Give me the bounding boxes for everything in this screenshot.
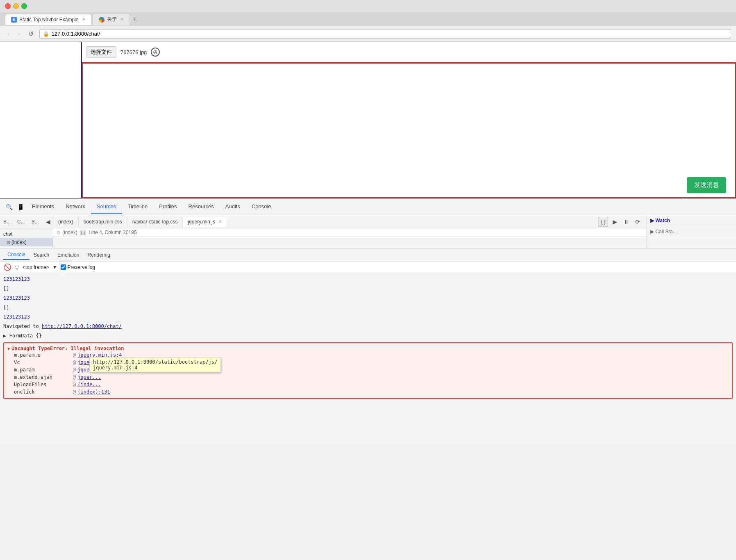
sources-file-label: (index): [62, 230, 77, 235]
sources-right-panel: ▶ Watch ▶ Call Sta...: [646, 215, 736, 248]
page-area: 选择文件 767676.jpg ⊕ 发送消息: [0, 42, 736, 198]
navigate-link[interactable]: http://127.0.0.1:8000/chat/: [42, 323, 122, 329]
console-tab-rendering[interactable]: Rendering: [83, 250, 114, 260]
sources-area: S... C... S... ◀ chat ⊡ (index) (index) …: [0, 215, 736, 248]
sources-controls: { } ▶ ⏸ ⟳: [598, 217, 646, 227]
error-header-text: Uncaught TypeError: Illegal invocation: [11, 346, 124, 351]
sources-brace-icon: { }: [80, 230, 86, 235]
error-fn-6: onclick: [14, 389, 71, 395]
error-at-6: @: [73, 389, 76, 395]
sources-toggle-icon[interactable]: ◀: [43, 217, 53, 227]
tab-network[interactable]: Network: [60, 200, 91, 214]
tab-elements[interactable]: Elements: [26, 200, 60, 214]
tab-favicon-b: B: [11, 17, 17, 23]
console-tab-console[interactable]: Console: [3, 250, 30, 260]
watch-label: ▶ Watch: [650, 218, 670, 223]
forward-button[interactable]: ›: [15, 30, 22, 39]
error-at-1: @: [73, 352, 76, 358]
play-icon[interactable]: ▶: [610, 217, 620, 227]
error-link-6[interactable]: (index):131: [77, 389, 110, 395]
console-tab-search[interactable]: Search: [30, 250, 53, 260]
tab-close-1[interactable]: ✕: [82, 17, 86, 22]
frame-selector[interactable]: <top frame>: [23, 264, 49, 270]
src-tab-index[interactable]: (index): [53, 217, 79, 227]
error-link-4[interactable]: jquer...: [77, 374, 101, 380]
error-fn-2: Vc: [14, 360, 71, 365]
src-tab-navbar[interactable]: navbar-static-top.css: [127, 217, 183, 227]
address-bar[interactable]: 🔒 127.0.0.1:8000/chat/: [39, 29, 731, 39]
console-line-1[interactable]: 123123123: [0, 275, 736, 284]
traffic-lights: [5, 3, 27, 9]
step-icon[interactable]: ⟳: [633, 217, 643, 227]
page-sidebar: [0, 42, 82, 198]
tooltip-line1: http://127.0.0.1:8000/static/bootstrap/j…: [93, 359, 217, 365]
console-line-4[interactable]: []: [0, 303, 736, 312]
title-bar: [0, 0, 736, 12]
page-main: 选择文件 767676.jpg ⊕ 发送消息: [82, 42, 736, 198]
sources-position: Line 4, Column 20195: [89, 230, 136, 235]
tab-active[interactable]: B Static Top Navbar Example ✕: [5, 14, 92, 25]
error-header[interactable]: ▼ Uncaught TypeError: Illegal invocation: [7, 346, 729, 351]
send-button[interactable]: 发送消息: [687, 177, 726, 193]
sources-sidebar-c[interactable]: C...: [14, 217, 28, 226]
tab-timeline[interactable]: Timeline: [122, 200, 154, 214]
preserve-log-checkbox[interactable]: [61, 264, 66, 270]
back-button[interactable]: ‹: [5, 30, 12, 39]
choose-file-button[interactable]: 选择文件: [86, 46, 116, 58]
new-tab-button[interactable]: +: [131, 16, 139, 23]
file-tree: chat ⊡ (index): [0, 228, 53, 248]
address-text: 127.0.0.1:8000/chat/: [52, 31, 100, 37]
tabs-bar: B Static Top Navbar Example ✕ 关于 ✕ +: [0, 12, 736, 26]
inspect-icon[interactable]: 🔍: [3, 201, 15, 213]
upload-icon[interactable]: ⊕: [151, 48, 160, 57]
src-tab-jquery-close[interactable]: ✕: [218, 219, 222, 224]
file-tree-index[interactable]: ⊡ (index): [0, 238, 53, 246]
console-output: 123123123 [] 123123123 [] 123123123 Navi…: [0, 273, 736, 402]
console-line-3[interactable]: 123123123: [0, 294, 736, 303]
console-filter-icon[interactable]: ▽: [15, 264, 19, 271]
error-row-5: UploadFiles @ (inde...: [7, 381, 729, 388]
console-formdata-line[interactable]: ▶ FormData {}: [0, 331, 736, 341]
call-stack-header[interactable]: ▶ Call Sta...: [646, 226, 736, 237]
tab-profiles[interactable]: Profiles: [153, 200, 182, 214]
chat-messages: [83, 64, 678, 197]
tab-2-label: 关于: [107, 16, 117, 23]
src-tab-jquery[interactable]: jquery.min.js ✕: [183, 217, 227, 227]
tab-audits[interactable]: Audits: [220, 200, 246, 214]
console-navigate-line[interactable]: Navigated to http://127.0.0.1:8000/chat/: [0, 322, 736, 331]
tab-sources[interactable]: Sources: [91, 200, 122, 214]
src-tab-bootstrap[interactable]: bootstrap.min.css: [79, 217, 127, 227]
console-line-5[interactable]: 123123123: [0, 312, 736, 322]
error-block: ▼ Uncaught TypeError: Illegal invocation…: [3, 342, 733, 399]
tab-console[interactable]: Console: [246, 200, 277, 214]
error-expand-icon[interactable]: ▼: [7, 346, 10, 351]
format-icon[interactable]: { }: [598, 217, 608, 227]
frame-dropdown-icon[interactable]: ▼: [52, 264, 57, 270]
error-fn-3: m.param: [14, 367, 71, 373]
error-row-6: onclick @ (index):131: [7, 388, 729, 396]
tab-resources[interactable]: Resources: [183, 200, 220, 214]
console-clear-icon[interactable]: 🚫: [3, 263, 11, 271]
error-link-5[interactable]: (inde...: [77, 382, 101, 387]
console-line-2[interactable]: []: [0, 284, 736, 294]
maximize-button[interactable]: [21, 3, 27, 9]
reload-button[interactable]: ↺: [26, 29, 36, 39]
file-tree-chat[interactable]: chat: [0, 230, 53, 238]
tab-close-2[interactable]: ✕: [120, 17, 124, 22]
device-icon[interactable]: 📱: [15, 201, 26, 213]
devtools-panel: 🔍 📱 Elements Network Sources Timeline Pr…: [0, 198, 736, 444]
sources-sidebar-s1[interactable]: S...: [0, 217, 14, 226]
pause-icon[interactable]: ⏸: [621, 217, 631, 227]
console-filter-row: 🚫 ▽ <top frame> ▼ Preserve log: [0, 262, 736, 273]
console-tab-emulation[interactable]: Emulation: [53, 250, 83, 260]
sources-sidebar-s2[interactable]: S...: [28, 217, 42, 226]
minimize-button[interactable]: [13, 3, 19, 9]
sources-left-sidebar: S... C... S... ◀ chat ⊡ (index): [0, 215, 53, 248]
watch-section-header[interactable]: ▶ Watch: [646, 215, 736, 226]
devtools-toolbar: 🔍 📱 Elements Network Sources Timeline Pr…: [0, 199, 736, 215]
close-button[interactable]: [5, 3, 11, 9]
preserve-log-label[interactable]: Preserve log: [61, 264, 95, 270]
browser-chrome: B Static Top Navbar Example ✕ 关于 ✕ + ‹ ›…: [0, 0, 736, 42]
tab-2[interactable]: 关于 ✕: [93, 13, 130, 25]
error-fn-5: UploadFiles: [14, 382, 71, 387]
